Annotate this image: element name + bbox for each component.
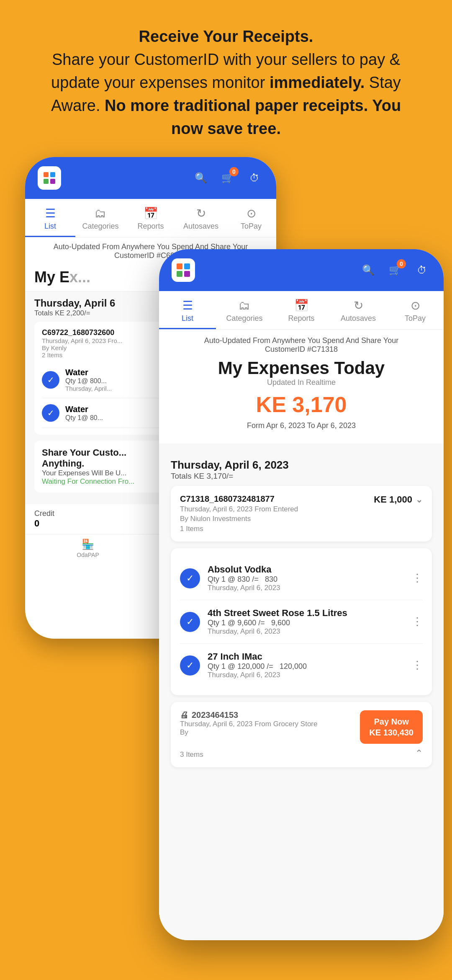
pay-now-button[interactable]: Pay Now KE 130,430 [360,710,423,744]
front-receipt-chevron-up: ⌃ [415,748,423,759]
back-list-icon: ☰ [45,206,56,220]
front-menu-wine[interactable]: ⋮ [412,615,423,628]
front-topay-label: ToPay [405,314,426,323]
hero-title: Receive Your Receipts. [139,28,313,45]
svg-rect-7 [184,271,190,277]
back-reports-icon: 📅 [144,206,158,220]
svg-rect-6 [177,271,182,277]
front-item-imac: ✓ 27 Inch IMac Qty 1 @ 120,000 /= 120,00… [180,644,423,687]
front-check-vodka: ✓ [180,568,200,588]
back-tab-topay[interactable]: ⊙ ToPay [226,203,276,237]
front-chevron-down: ⌄ [416,495,423,505]
back-autosaves-icon: ↻ [196,206,206,220]
front-total-amount: KE 3,170 [171,392,432,417]
front-details-imac: 27 Inch IMac Qty 1 @ 120,000 /= 120,000 … [208,651,404,679]
front-cart-icon[interactable]: 🛒 0 [386,261,404,279]
front-app-content: Thursday, April 6, 2023 Totals KE 3,170/… [159,444,444,940]
front-receipt-id: 🖨 2023464153 [180,710,317,720]
svg-rect-5 [184,263,190,269]
front-list-label: List [182,314,193,323]
front-date-range: Form Apr 6, 2023 To Apr 6, 2023 [171,421,432,430]
front-transaction-left: C71318_1680732481877 Thursday, April 6, … [180,494,298,533]
front-list-icon: ☰ [182,299,193,312]
front-menu-imac[interactable]: ⋮ [412,659,423,672]
back-cart-icon[interactable]: 🛒 0 [218,169,237,187]
front-reports-label: Reports [288,314,314,323]
front-autosaves-icon: ↻ [354,299,363,312]
hero-stay: Stay [365,74,401,91]
back-history-icon[interactable]: ⏱ [245,169,264,187]
front-customer-notice: Auto-Updated From Anywhere You Spend And… [171,336,432,354]
hero-section: Receive Your Receipts. Share your Custom… [0,0,452,157]
svg-rect-2 [44,179,49,184]
back-nav-odapap[interactable]: 🏪 OdaPAP [25,539,151,558]
svg-rect-0 [44,172,49,177]
front-receipt-header: 🖨 2023464153 Thursday, April 6, 2023 Fro… [180,710,423,744]
front-section-date: Thursday, April 6, 2023 [171,459,432,472]
svg-rect-1 [50,172,55,177]
front-tab-topay[interactable]: ⊙ ToPay [387,295,444,329]
front-name-imac: 27 Inch IMac [208,651,404,662]
front-categories-icon: 🗂 [239,299,250,312]
front-items-card: ✓ Absolut Vodka Qty 1 @ 830 /= 830 Thurs… [171,548,432,695]
front-name-vodka: Absolut Vodka [208,564,404,575]
back-tab-autosaves[interactable]: ↻ Autosaves [176,203,226,237]
back-tab-list[interactable]: ☰ List [25,203,75,237]
back-tab-categories[interactable]: 🗂 Categories [75,203,126,237]
front-transaction-amount: KE 1,000 ⌄ [374,494,423,505]
back-item-details1: Water Qty 1@ 800... Thursday, April... [65,368,112,392]
back-item-check2: ✓ [42,404,59,422]
front-name-wine: 4th Street Sweet Rose 1.5 Litres [208,608,404,619]
hero-line2: Share your CustomerID with your sellers … [52,51,400,68]
svg-rect-3 [50,179,55,184]
front-receipt-items: 3 Items [180,750,203,759]
phones-container: 🔍 🛒 0 ⏱ ☰ List 🗂 Categories 📅 Reports [0,157,452,953]
front-date-imac: Thursday, April 6, 2023 [208,671,404,679]
front-check-imac: ✓ [180,655,200,676]
front-header-icons: 🔍 🛒 0 ⏱ [359,261,431,279]
back-topay-icon: ⊙ [247,206,256,220]
back-reports-label: Reports [137,222,164,231]
front-search-icon[interactable]: 🔍 [359,261,378,279]
front-cart-badge: 0 [397,259,406,268]
back-autosaves-label: Autosaves [183,222,218,231]
hero-nopaper: No more traditional paper receipts. You [105,97,401,114]
front-tab-categories[interactable]: 🗂 Categories [216,295,273,329]
back-nav-tabs: ☰ List 🗂 Categories 📅 Reports ↻ Autosave… [25,199,276,237]
front-tab-autosaves[interactable]: ↻ Autosaves [330,295,387,329]
front-transaction-id: C71318_1680732481877 [180,494,298,504]
front-qty-imac: Qty 1 @ 120,000 /= 120,000 [208,662,404,671]
front-tab-list[interactable]: ☰ List [159,295,216,329]
hero-aware: Aware. [51,97,105,114]
front-autosaves-label: Autosaves [341,314,376,323]
front-receipt-meta: Thursday, April 6, 2023 From Grocery Sto… [180,720,317,728]
front-section-totals: Totals KE 3,170/= [171,472,432,481]
hero-immediately: immediately. [270,74,365,91]
back-header-icons: 🔍 🛒 0 ⏱ [192,169,264,187]
front-transaction-header: C71318_1680732481877 Thursday, April 6, … [180,494,423,533]
back-odapap-label: OdaPAP [77,552,99,558]
front-date-wine: Thursday, April 6, 2023 [208,627,404,636]
back-item-qty2: Qty 1@ 80... [65,414,103,422]
back-odapap-icon: 🏪 [82,539,94,550]
front-realtime: Updated In Realtime [171,378,432,387]
back-list-label: List [44,222,56,231]
front-page-title: My Expenses Today [171,358,432,378]
front-menu-vodka[interactable]: ⋮ [412,572,423,585]
front-tab-reports[interactable]: 📅 Reports [273,295,330,329]
phone-front: 🔍 🛒 0 ⏱ ☰ List 🗂 Categories 📅 Reports [159,249,444,940]
back-tab-reports[interactable]: 📅 Reports [126,203,176,237]
front-qty-vodka: Qty 1 @ 830 /= 830 [208,575,404,584]
back-search-icon[interactable]: 🔍 [192,169,210,187]
front-details-vodka: Absolut Vodka Qty 1 @ 830 /= 830 Thursda… [208,564,404,592]
front-date-vodka: Thursday, April 6, 2023 [208,584,404,592]
front-receipt-left: 🖨 2023464153 Thursday, April 6, 2023 Fro… [180,710,317,737]
front-history-icon[interactable]: ⏱ [413,261,431,279]
front-notice-section: Auto-Updated From Anywhere You Spend And… [159,330,444,444]
front-transaction-card[interactable]: C71318_1680732481877 Thursday, April 6, … [171,486,432,542]
svg-rect-4 [177,263,182,269]
back-app-header: 🔍 🛒 0 ⏱ [25,157,276,199]
back-categories-icon: 🗂 [95,206,106,220]
front-transaction-by: By Niulon Investments [180,515,298,523]
front-nav-tabs: ☰ List 🗂 Categories 📅 Reports ↻ Autosave… [159,291,444,330]
